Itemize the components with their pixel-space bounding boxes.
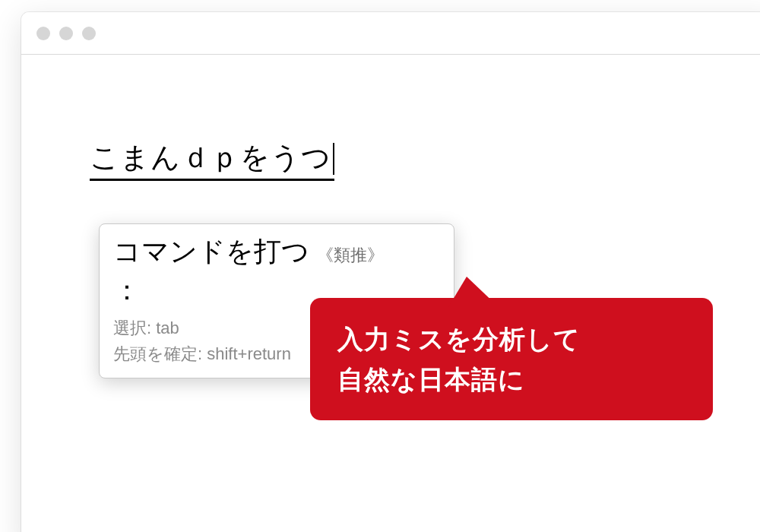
candidate-primary-text: コマンドを打つ	[113, 233, 309, 271]
candidate-inference-tag: 《類推》	[317, 244, 384, 267]
ime-composition-text[interactable]: こまんｄｐをうつ	[90, 138, 334, 181]
callout-line-1: 入力ミスを分析して	[337, 319, 686, 359]
hint-select-label: 選択	[113, 318, 147, 337]
zoom-icon[interactable]	[82, 27, 96, 40]
annotation-callout: 入力ミスを分析して 自然な日本語に	[310, 298, 713, 420]
text-caret-icon	[333, 143, 334, 175]
app-window: こまんｄｐをうつ コマンドを打つ 《類推》 ： 選択: tab 先頭を確定: s…	[21, 12, 760, 532]
callout-line-2: 自然な日本語に	[337, 359, 686, 400]
minimize-icon[interactable]	[59, 27, 73, 40]
candidate-row-primary[interactable]: コマンドを打つ 《類推》	[113, 233, 440, 271]
hint-confirm-key: shift+return	[207, 344, 291, 363]
window-titlebar	[21, 12, 760, 55]
close-icon[interactable]	[36, 27, 50, 40]
hint-confirm-label: 先頭を確定	[113, 344, 198, 363]
editor-area[interactable]: こまんｄｐをうつ コマンドを打つ 《類推》 ： 選択: tab 先頭を確定: s…	[21, 55, 760, 264]
callout-tail-icon	[448, 277, 499, 307]
ime-composition-value: こまんｄｐをうつ	[90, 141, 331, 173]
hint-select-key: tab	[156, 318, 179, 337]
